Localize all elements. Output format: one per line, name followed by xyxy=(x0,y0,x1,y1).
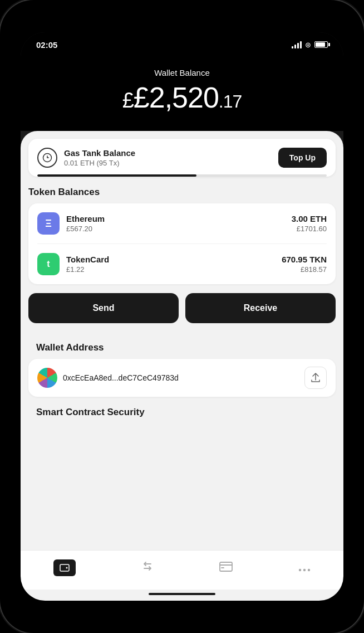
eth-icon: Ξ xyxy=(37,212,60,235)
transactions-nav-icon xyxy=(141,560,154,576)
wifi-icon: ⊛ xyxy=(305,41,311,49)
smart-contract-section: Smart Contract Security xyxy=(21,397,343,423)
tkn-fiat: £1.22 xyxy=(66,265,109,274)
battery-icon xyxy=(314,41,328,48)
wallet-main-amount: £2,520 xyxy=(134,81,219,114)
eth-fiat: £567.20 xyxy=(66,225,105,233)
wallet-balance-label: Wallet Balance xyxy=(36,68,328,77)
eth-amount: 3.00 ETH xyxy=(292,214,327,223)
wallet-header: Wallet Balance ££2,520.17 xyxy=(21,57,343,131)
phone-frame: 02:05 ⊛ Wallet Balance ££2,520.17 xyxy=(0,0,364,633)
svg-rect-3 xyxy=(60,564,69,571)
address-text: 0xcEcEaA8ed...deC7CeC49783d xyxy=(63,373,179,382)
gas-tank-icon xyxy=(37,148,57,168)
tkn-icon: t xyxy=(37,253,60,275)
tkn-fiat-right: £818.57 xyxy=(282,265,327,274)
svg-point-10 xyxy=(308,569,310,571)
wallet-address-card: 0xcEcEaA8ed...deC7CeC49783d xyxy=(28,359,336,397)
bottom-spacer xyxy=(21,423,343,429)
home-bar xyxy=(149,593,215,595)
nav-item-card[interactable] xyxy=(210,558,242,577)
tkn-name: TokenCard xyxy=(66,255,109,264)
smart-contract-title: Smart Contract Security xyxy=(28,397,336,423)
tkn-amounts: 670.95 TKN £818.57 xyxy=(282,255,327,274)
tkn-amount: 670.95 TKN xyxy=(282,255,327,264)
wallet-nav-icon xyxy=(53,559,76,576)
nav-item-wallet[interactable] xyxy=(45,557,85,578)
eth-info: Ethereum £567.20 xyxy=(66,214,105,233)
svg-rect-5 xyxy=(220,562,232,571)
wallet-amount: ££2,520.17 xyxy=(36,81,328,114)
gas-tank-info: Gas Tank Balance 0.01 ETH (95 Tx) xyxy=(64,148,135,167)
gas-tank-top: Gas Tank Balance 0.01 ETH (95 Tx) Top Up xyxy=(37,148,327,168)
eth-fiat-right: £1701.60 xyxy=(292,225,327,233)
gas-tank-left: Gas Tank Balance 0.01 ETH (95 Tx) xyxy=(37,148,135,168)
gas-tank-title: Gas Tank Balance xyxy=(64,148,135,158)
wallet-decimals: .17 xyxy=(219,91,242,111)
more-nav-icon xyxy=(298,561,311,575)
nav-item-more[interactable] xyxy=(289,558,319,577)
svg-point-4 xyxy=(66,567,68,569)
bottom-nav xyxy=(21,550,343,590)
receive-button[interactable]: Receive xyxy=(185,293,336,323)
top-up-button[interactable]: Top Up xyxy=(278,148,327,168)
send-button[interactable]: Send xyxy=(28,293,179,323)
token-left-eth: Ξ Ethereum £567.20 xyxy=(37,212,105,235)
token-balances-card: Ξ Ethereum £567.20 3.00 ETH £1701.60 t xyxy=(28,203,336,284)
share-address-button[interactable] xyxy=(304,367,327,389)
wallet-address-title: Wallet Address xyxy=(28,332,336,359)
gas-tank-subtitle: 0.01 ETH (95 Tx) xyxy=(64,159,135,167)
address-avatar xyxy=(37,368,57,388)
wallet-address-section: Wallet Address 0xcEcEaA8ed...deC7CeC4978… xyxy=(21,332,343,397)
share-icon xyxy=(311,373,320,383)
token-row-tkn[interactable]: t TokenCard £1.22 670.95 TKN £818.57 xyxy=(37,244,327,284)
gas-tank-card: Gas Tank Balance 0.01 ETH (95 Tx) Top Up xyxy=(28,139,336,177)
token-balances-title: Token Balances xyxy=(21,177,343,203)
address-left: 0xcEcEaA8ed...deC7CeC49783d xyxy=(37,368,179,388)
wallet-currency: £ xyxy=(122,89,134,112)
nav-item-transactions[interactable] xyxy=(132,558,163,578)
status-time: 02:05 xyxy=(36,40,57,50)
signal-icon xyxy=(292,41,302,48)
svg-point-8 xyxy=(299,569,301,571)
token-left-tkn: t TokenCard £1.22 xyxy=(37,253,109,275)
svg-point-9 xyxy=(303,569,306,571)
eth-amounts: 3.00 ETH £1701.60 xyxy=(292,214,327,233)
scroll-content: Gas Tank Balance 0.01 ETH (95 Tx) Top Up… xyxy=(21,131,343,550)
phone-screen: 02:05 ⊛ Wallet Balance ££2,520.17 xyxy=(21,32,343,601)
status-icons: ⊛ xyxy=(292,41,328,49)
tkn-info: TokenCard £1.22 xyxy=(66,255,109,274)
home-indicator xyxy=(21,590,343,601)
token-row-eth[interactable]: Ξ Ethereum £567.20 3.00 ETH £1701.60 xyxy=(37,203,327,244)
action-buttons: Send Receive xyxy=(21,284,343,332)
eth-name: Ethereum xyxy=(66,214,105,223)
notch xyxy=(149,32,215,48)
card-nav-icon xyxy=(219,561,233,575)
